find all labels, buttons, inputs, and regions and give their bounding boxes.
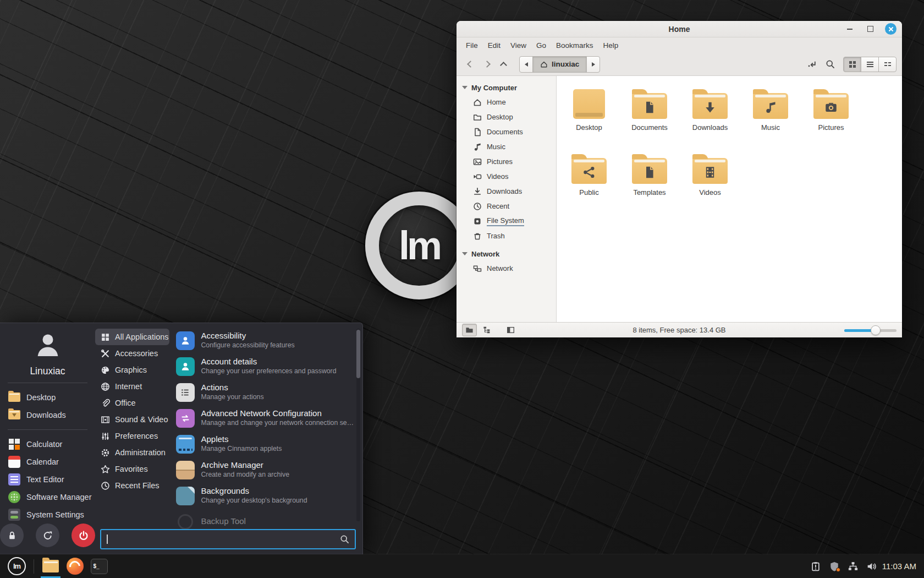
category-graphics[interactable]: Graphics: [95, 362, 169, 378]
sidebar-item-trash[interactable]: Trash: [457, 228, 556, 243]
menu-applications-column: AccessibilityConfigure accessibility fea…: [174, 323, 362, 554]
sidebar-item-recent[interactable]: Recent: [457, 199, 556, 214]
menu-favorites-column: Linuxiac Desktop Downloads Calculator Ca…: [0, 323, 95, 554]
toggle-location-entry-button[interactable]: [807, 59, 817, 69]
menu-shortcut-system-settings[interactable]: System Settings: [0, 506, 95, 524]
firefox-launcher[interactable]: [63, 554, 87, 578]
compact-view-button[interactable]: [878, 57, 897, 72]
app-item-advanced-network-configuration[interactable]: Advanced Network ConfigurationManage and…: [176, 405, 354, 431]
category-administration[interactable]: Administration: [95, 444, 169, 461]
slider-handle[interactable]: [871, 325, 881, 335]
menu-place-downloads[interactable]: Downloads: [0, 406, 95, 424]
chevron-left-icon: [467, 61, 474, 68]
path-scroll-left-button[interactable]: [519, 56, 533, 73]
app-item-account-details[interactable]: Account detailsChange your user preferen…: [176, 353, 354, 379]
sidebar-item-network[interactable]: Network: [457, 261, 556, 276]
application-list[interactable]: AccessibilityConfigure accessibility fea…: [176, 328, 354, 531]
menu-help[interactable]: Help: [598, 40, 624, 51]
app-item-archive-manager[interactable]: Archive ManagerCreate and modify an arch…: [176, 457, 354, 483]
files-launcher[interactable]: [38, 554, 63, 578]
path-segment-home[interactable]: linuxiac: [532, 56, 587, 73]
sidebar-item-documents[interactable]: Documents: [457, 124, 556, 139]
lock-screen-button[interactable]: [0, 524, 24, 547]
menu-shortcut-calculator[interactable]: Calculator: [0, 435, 95, 453]
volume-tray-icon[interactable]: [867, 561, 877, 571]
file-item-pictures[interactable]: Pictures: [802, 84, 860, 149]
sidebar-item-desktop[interactable]: Desktop: [457, 110, 556, 124]
menu-go[interactable]: Go: [531, 40, 551, 51]
expander-icon[interactable]: [462, 86, 468, 89]
category-office[interactable]: Office: [95, 395, 169, 411]
menu-search-box[interactable]: [100, 529, 356, 549]
file-item-videos[interactable]: Videos: [681, 149, 739, 214]
minimize-button[interactable]: [844, 24, 855, 35]
expander-icon[interactable]: [462, 252, 468, 255]
app-item-backgrounds[interactable]: BackgroundsChange your desktop's backgro…: [176, 483, 354, 509]
up-button[interactable]: [495, 56, 512, 73]
search-input[interactable]: [110, 535, 340, 544]
sidebar-item-music[interactable]: Music: [457, 139, 556, 154]
download-emblem-icon: [703, 101, 717, 114]
sidebar-item-downloads[interactable]: Downloads: [457, 184, 556, 199]
shutdown-button[interactable]: [72, 524, 95, 547]
search-button[interactable]: [826, 59, 835, 69]
category-all-applications[interactable]: All Applications: [95, 329, 169, 345]
zoom-slider[interactable]: [844, 325, 897, 335]
sidebar-item-videos[interactable]: Videos: [457, 169, 556, 184]
category-sound-video[interactable]: Sound & Video: [95, 411, 169, 428]
clipboard-tray-icon[interactable]: [811, 561, 821, 571]
update-manager-shield-icon[interactable]: [829, 561, 839, 571]
file-item-documents[interactable]: Documents: [621, 84, 678, 149]
menu-shortcut-text-editor[interactable]: Text Editor: [0, 471, 95, 488]
forward-button[interactable]: [479, 56, 495, 73]
app-item-applets[interactable]: AppletsManage Cinnamon applets: [176, 431, 354, 457]
app-item-actions[interactable]: ActionsManage your actions: [176, 379, 354, 405]
close-button[interactable]: [885, 23, 897, 35]
terminal-launcher[interactable]: $_: [87, 554, 111, 578]
app-item-accessibility[interactable]: AccessibilityConfigure accessibility fea…: [176, 328, 354, 353]
file-item-templates[interactable]: Templates: [621, 149, 678, 214]
path-scroll-right-button[interactable]: [586, 56, 600, 73]
file-item-music[interactable]: Music: [742, 84, 799, 149]
file-item-desktop[interactable]: Desktop: [560, 84, 618, 149]
text-editor-icon: [8, 473, 20, 486]
user-avatar-icon[interactable]: [33, 331, 63, 360]
category-accessories[interactable]: Accessories: [95, 345, 169, 362]
sidebar-section-my-computer[interactable]: My Computer: [457, 80, 556, 95]
menu-file[interactable]: File: [461, 40, 483, 51]
file-item-downloads[interactable]: Downloads: [681, 84, 739, 149]
slider-fill: [844, 329, 873, 332]
back-button[interactable]: [462, 56, 479, 73]
logout-button[interactable]: [36, 524, 59, 547]
sidebar-item-home[interactable]: Home: [457, 95, 556, 110]
menu-shortcut-calendar[interactable]: Calendar: [0, 453, 95, 471]
menu-place-desktop[interactable]: Desktop: [0, 388, 95, 406]
category-recent-files[interactable]: Recent Files: [95, 477, 169, 494]
sidebar-item-pictures[interactable]: Pictures: [457, 154, 556, 169]
menu-shortcut-software-manager[interactable]: Software Manager: [0, 488, 95, 506]
category-internet[interactable]: Internet: [95, 378, 169, 395]
gear-icon: [101, 448, 110, 457]
menu-edit[interactable]: Edit: [483, 40, 505, 51]
logout-icon: [43, 531, 53, 541]
file-icon-view[interactable]: Desktop Documents Downloads Music Pictur…: [557, 76, 902, 322]
scrollbar-thumb[interactable]: [356, 330, 360, 378]
clock[interactable]: 11:03 AM: [882, 561, 916, 571]
icon-view-button[interactable]: [843, 57, 861, 72]
list-view-button[interactable]: [861, 57, 879, 72]
sidebar-item-file-system[interactable]: File System: [457, 214, 556, 228]
menu-button[interactable]: lm: [8, 557, 26, 575]
category-favorites[interactable]: Favorites: [95, 461, 169, 477]
scrollbar[interactable]: [356, 329, 360, 521]
file-item-public[interactable]: Public: [560, 149, 618, 214]
maximize-button[interactable]: [865, 24, 876, 35]
network-tray-icon[interactable]: [848, 561, 858, 571]
app-item-backup-tool[interactable]: Backup Tool: [176, 509, 354, 531]
menu-view[interactable]: View: [505, 40, 531, 51]
category-preferences[interactable]: Preferences: [95, 428, 169, 444]
applets-icon: [176, 435, 195, 454]
sidebar-section-network[interactable]: Network: [457, 247, 556, 261]
menu-bookmarks[interactable]: Bookmarks: [551, 40, 598, 51]
titlebar[interactable]: Home: [457, 21, 902, 37]
update-available-dot: [836, 568, 840, 572]
